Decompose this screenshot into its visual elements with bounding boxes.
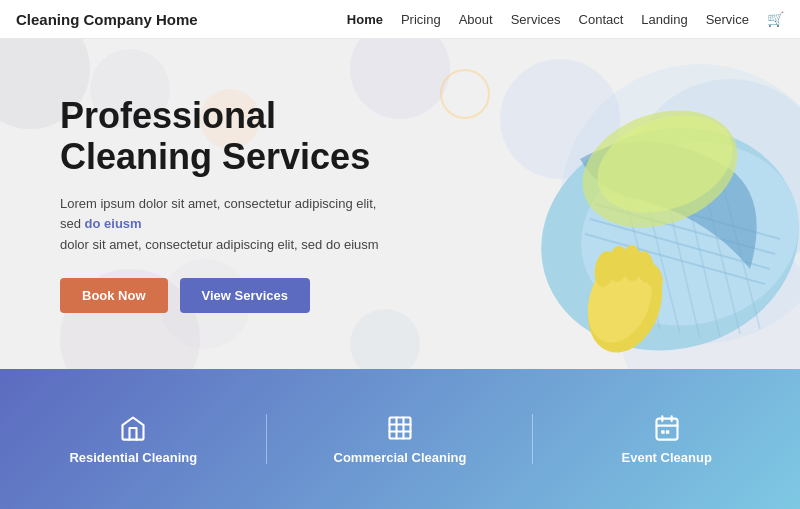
hero-buttons: Book Now View Services xyxy=(60,278,380,313)
svg-rect-26 xyxy=(666,430,670,434)
hero-image xyxy=(420,39,800,369)
svg-rect-25 xyxy=(661,430,665,434)
book-now-button[interactable]: Book Now xyxy=(60,278,168,313)
nav-about[interactable]: About xyxy=(459,12,493,27)
nav-home[interactable]: Home xyxy=(347,12,383,27)
navbar: Cleaning Company Home Home Pricing About… xyxy=(0,0,800,39)
service-item-commercial: Commercial Cleaning xyxy=(267,414,534,465)
hero-title: Professional Cleaning Services xyxy=(60,95,380,178)
home-icon xyxy=(119,414,147,442)
services-bar: Residential Cleaning Commercial Cleaning… xyxy=(0,369,800,509)
view-services-button[interactable]: View Services xyxy=(180,278,311,313)
building-icon xyxy=(386,414,414,442)
service-label-event: Event Cleanup xyxy=(622,450,712,465)
hero-section: Professional Cleaning Services Lorem ips… xyxy=(0,39,800,369)
hero-subtitle: Lorem ipsum dolor sit amet, consectetur … xyxy=(60,194,380,256)
nav-contact[interactable]: Contact xyxy=(579,12,624,27)
svg-rect-24 xyxy=(656,418,677,439)
svg-rect-23 xyxy=(390,417,411,438)
service-label-residential: Residential Cleaning xyxy=(69,450,197,465)
service-items-container: Residential Cleaning Commercial Cleaning… xyxy=(0,414,800,465)
nav-service[interactable]: Service xyxy=(706,12,749,27)
service-item-event: Event Cleanup xyxy=(533,414,800,465)
nav-links: Home Pricing About Services Contact Land… xyxy=(347,11,784,27)
cart-icon[interactable]: 🛒 xyxy=(767,11,784,27)
brand-logo: Cleaning Company Home xyxy=(16,11,198,28)
decorative-circle xyxy=(350,309,420,369)
calendar-icon xyxy=(653,414,681,442)
nav-landing[interactable]: Landing xyxy=(641,12,687,27)
hero-content: Professional Cleaning Services Lorem ips… xyxy=(0,95,440,313)
service-item-residential: Residential Cleaning xyxy=(0,414,267,465)
nav-pricing[interactable]: Pricing xyxy=(401,12,441,27)
hero-subtitle-highlight: do eiusm xyxy=(85,216,142,231)
service-label-commercial: Commercial Cleaning xyxy=(334,450,467,465)
nav-services[interactable]: Services xyxy=(511,12,561,27)
